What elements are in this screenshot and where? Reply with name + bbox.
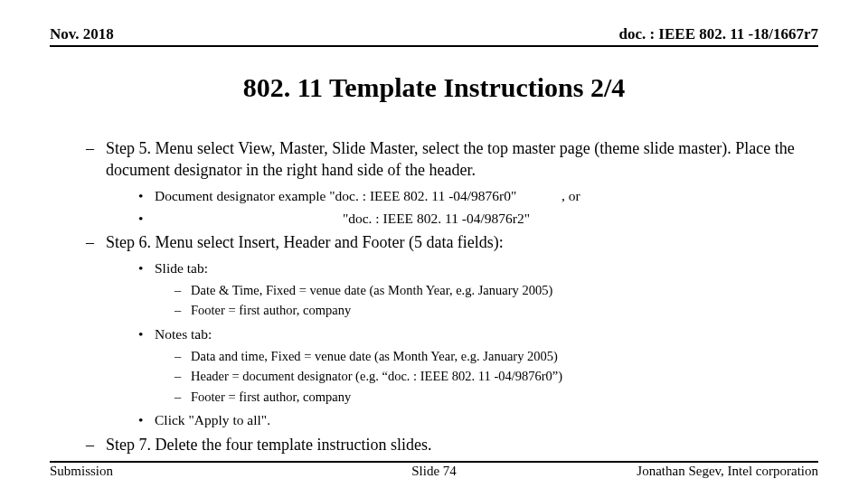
header: Nov. 2018 doc. : IEEE 802. 11 -18/1667r7 [50, 25, 818, 47]
step-5-text: Step 5. Menu select View, Master, Slide … [106, 137, 818, 182]
slide-title: 802. 11 Template Instructions 2/4 [50, 72, 818, 103]
step-7: – Step 7. Delete the four template instr… [86, 434, 818, 455]
designator-or: , or [561, 188, 580, 203]
header-date: Nov. 2018 [50, 25, 114, 43]
notes-tab-item-2: – Header = document designator (e.g. “do… [175, 368, 818, 386]
step-6-slide-tab: • Slide tab: [138, 259, 818, 278]
notes-tab-item-3: – Footer = first author, company [175, 389, 818, 407]
bullet-icon: • [138, 210, 155, 229]
dash-icon: – [175, 282, 191, 300]
dash-icon: – [175, 368, 191, 386]
dash-icon: – [175, 348, 191, 366]
dash-icon: – [86, 434, 106, 455]
dash-icon: – [86, 137, 106, 182]
header-doc-designator: doc. : IEEE 802. 11 -18/1667r7 [618, 25, 818, 43]
step-6: – Step 6. Menu select Insert, Header and… [86, 231, 818, 253]
step-7-text: Step 7. Delete the four template instruc… [106, 434, 818, 455]
step-6-apply: • Click "Apply to all". [138, 411, 818, 430]
slide-tab-item-2: – Footer = first author, company [175, 302, 818, 320]
designator-example-1: Document designator example "doc. : IEEE… [155, 188, 516, 203]
bullet-icon: • [138, 187, 155, 206]
step-6-text: Step 6. Menu select Insert, Header and F… [106, 231, 818, 253]
designator-example-2: "doc. : IEEE 802. 11 -04/9876r2" [343, 211, 530, 226]
step-6-notes-tab: • Notes tab: [138, 325, 818, 344]
footer-author: Jonathan Segev, Intel corporation [637, 464, 818, 479]
slide: Nov. 2018 doc. : IEEE 802. 11 -18/1667r7… [0, 0, 868, 488]
step-5-sub-1: • Document designator example "doc. : IE… [138, 187, 818, 206]
notes-tab-item-1: – Data and time, Fixed = venue date (as … [175, 348, 818, 366]
dash-icon: – [175, 389, 191, 407]
content-body: – Step 5. Menu select View, Master, Slid… [50, 137, 818, 456]
slide-tab-item-1: – Date & Time, Fixed = venue date (as Mo… [175, 282, 818, 300]
dash-icon: – [175, 302, 191, 320]
dash-icon: – [86, 231, 106, 253]
bullet-icon: • [138, 325, 155, 344]
bullet-icon: • [138, 259, 155, 278]
step-5: – Step 5. Menu select View, Master, Slid… [86, 137, 818, 182]
footer-left: Submission [50, 464, 113, 479]
bullet-icon: • [138, 411, 155, 430]
footer: Submission Slide 74 Jonathan Segev, Inte… [50, 461, 818, 479]
step-5-sub-2: • "doc. : IEEE 802. 11 -04/9876r2" [138, 210, 818, 229]
